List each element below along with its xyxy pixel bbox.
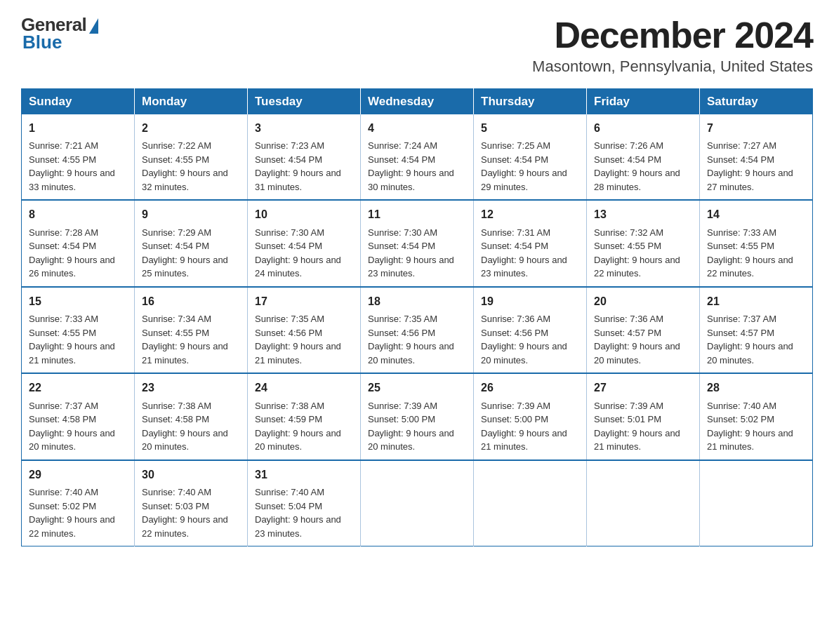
calendar-cell: 29Sunrise: 7:40 AMSunset: 5:02 PMDayligh…: [22, 460, 135, 546]
weekday-header-tuesday: Tuesday: [248, 89, 361, 115]
calendar-cell: 22Sunrise: 7:37 AMSunset: 4:58 PMDayligh…: [22, 373, 135, 459]
day-info: Sunrise: 7:34 AMSunset: 4:55 PMDaylight:…: [142, 314, 228, 365]
calendar-cell: 18Sunrise: 7:35 AMSunset: 4:56 PMDayligh…: [361, 287, 474, 373]
day-number: 11: [368, 206, 466, 222]
calendar-cell: 27Sunrise: 7:39 AMSunset: 5:01 PMDayligh…: [587, 373, 700, 459]
day-number: 3: [255, 120, 353, 136]
calendar-cell: 25Sunrise: 7:39 AMSunset: 5:00 PMDayligh…: [361, 373, 474, 459]
day-number: 1: [29, 120, 127, 136]
calendar-cell: 24Sunrise: 7:38 AMSunset: 4:59 PMDayligh…: [248, 373, 361, 459]
day-number: 26: [481, 380, 579, 396]
calendar-cell: 10Sunrise: 7:30 AMSunset: 4:54 PMDayligh…: [248, 200, 361, 286]
day-number: 18: [368, 293, 466, 309]
day-number: 9: [142, 206, 240, 222]
day-number: 20: [594, 293, 692, 309]
day-number: 15: [29, 293, 127, 309]
day-info: Sunrise: 7:37 AMSunset: 4:58 PMDaylight:…: [29, 401, 115, 452]
weekday-header-row: SundayMondayTuesdayWednesdayThursdayFrid…: [22, 89, 813, 115]
weekday-header-monday: Monday: [135, 89, 248, 115]
day-info: Sunrise: 7:38 AMSunset: 4:58 PMDaylight:…: [142, 401, 228, 452]
logo-triangle-icon: [89, 18, 98, 34]
calendar-cell: 6Sunrise: 7:26 AMSunset: 4:54 PMDaylight…: [587, 114, 700, 200]
day-number: 19: [481, 293, 579, 309]
calendar-cell: 5Sunrise: 7:25 AMSunset: 4:54 PMDaylight…: [474, 114, 587, 200]
calendar-cell: [700, 460, 813, 546]
day-info: Sunrise: 7:30 AMSunset: 4:54 PMDaylight:…: [368, 227, 454, 279]
day-number: 6: [594, 120, 692, 136]
day-info: Sunrise: 7:39 AMSunset: 5:00 PMDaylight:…: [481, 401, 567, 452]
day-info: Sunrise: 7:40 AMSunset: 5:02 PMDaylight:…: [707, 401, 793, 452]
day-info: Sunrise: 7:26 AMSunset: 4:54 PMDaylight:…: [594, 140, 680, 192]
day-number: 2: [142, 120, 240, 136]
weekday-header-wednesday: Wednesday: [361, 89, 474, 115]
day-info: Sunrise: 7:22 AMSunset: 4:55 PMDaylight:…: [142, 140, 228, 192]
day-number: 29: [29, 467, 127, 483]
location-title: Masontown, Pennsylvania, United States: [532, 58, 813, 76]
day-number: 28: [707, 380, 805, 396]
calendar-cell: 19Sunrise: 7:36 AMSunset: 4:56 PMDayligh…: [474, 287, 587, 373]
day-info: Sunrise: 7:39 AMSunset: 5:00 PMDaylight:…: [368, 401, 454, 452]
day-number: 13: [594, 206, 692, 222]
day-info: Sunrise: 7:35 AMSunset: 4:56 PMDaylight:…: [255, 314, 341, 365]
day-info: Sunrise: 7:28 AMSunset: 4:54 PMDaylight:…: [29, 227, 115, 279]
calendar-cell: 26Sunrise: 7:39 AMSunset: 5:00 PMDayligh…: [474, 373, 587, 459]
calendar-cell: 3Sunrise: 7:23 AMSunset: 4:54 PMDaylight…: [248, 114, 361, 200]
calendar-cell: 21Sunrise: 7:37 AMSunset: 4:57 PMDayligh…: [700, 287, 813, 373]
day-info: Sunrise: 7:25 AMSunset: 4:54 PMDaylight:…: [481, 140, 567, 192]
calendar-cell: 16Sunrise: 7:34 AMSunset: 4:55 PMDayligh…: [135, 287, 248, 373]
weekday-header-thursday: Thursday: [474, 89, 587, 115]
title-section: December 2024 Masontown, Pennsylvania, U…: [532, 14, 813, 76]
calendar-cell: [587, 460, 700, 546]
day-number: 4: [368, 120, 466, 136]
calendar-week-3: 15Sunrise: 7:33 AMSunset: 4:55 PMDayligh…: [22, 287, 813, 373]
calendar-cell: 28Sunrise: 7:40 AMSunset: 5:02 PMDayligh…: [700, 373, 813, 459]
day-number: 8: [29, 206, 127, 222]
calendar-cell: 17Sunrise: 7:35 AMSunset: 4:56 PMDayligh…: [248, 287, 361, 373]
day-info: Sunrise: 7:23 AMSunset: 4:54 PMDaylight:…: [255, 140, 341, 192]
day-number: 16: [142, 293, 240, 309]
day-number: 30: [142, 467, 240, 483]
day-info: Sunrise: 7:37 AMSunset: 4:57 PMDaylight:…: [707, 314, 793, 365]
day-info: Sunrise: 7:33 AMSunset: 4:55 PMDaylight:…: [707, 227, 793, 279]
calendar-cell: 14Sunrise: 7:33 AMSunset: 4:55 PMDayligh…: [700, 200, 813, 286]
day-info: Sunrise: 7:36 AMSunset: 4:56 PMDaylight:…: [481, 314, 567, 365]
day-number: 27: [594, 380, 692, 396]
weekday-header-friday: Friday: [587, 89, 700, 115]
calendar-week-2: 8Sunrise: 7:28 AMSunset: 4:54 PMDaylight…: [22, 200, 813, 286]
day-info: Sunrise: 7:21 AMSunset: 4:55 PMDaylight:…: [29, 140, 115, 192]
day-info: Sunrise: 7:24 AMSunset: 4:54 PMDaylight:…: [368, 140, 454, 192]
calendar-table: SundayMondayTuesdayWednesdayThursdayFrid…: [21, 88, 813, 546]
day-number: 25: [368, 380, 466, 396]
day-number: 7: [707, 120, 805, 136]
calendar-cell: [361, 460, 474, 546]
calendar-cell: 9Sunrise: 7:29 AMSunset: 4:54 PMDaylight…: [135, 200, 248, 286]
calendar-week-1: 1Sunrise: 7:21 AMSunset: 4:55 PMDaylight…: [22, 114, 813, 200]
day-number: 22: [29, 380, 127, 396]
day-number: 5: [481, 120, 579, 136]
day-info: Sunrise: 7:36 AMSunset: 4:57 PMDaylight:…: [594, 314, 680, 365]
calendar-cell: 2Sunrise: 7:22 AMSunset: 4:55 PMDaylight…: [135, 114, 248, 200]
calendar-cell: 20Sunrise: 7:36 AMSunset: 4:57 PMDayligh…: [587, 287, 700, 373]
day-info: Sunrise: 7:39 AMSunset: 5:01 PMDaylight:…: [594, 401, 680, 452]
calendar-cell: 11Sunrise: 7:30 AMSunset: 4:54 PMDayligh…: [361, 200, 474, 286]
day-info: Sunrise: 7:40 AMSunset: 5:03 PMDaylight:…: [142, 487, 228, 539]
day-number: 17: [255, 293, 353, 309]
day-number: 23: [142, 380, 240, 396]
calendar-week-4: 22Sunrise: 7:37 AMSunset: 4:58 PMDayligh…: [22, 373, 813, 459]
day-number: 24: [255, 380, 353, 396]
day-info: Sunrise: 7:35 AMSunset: 4:56 PMDaylight:…: [368, 314, 454, 365]
weekday-header-sunday: Sunday: [22, 89, 135, 115]
day-info: Sunrise: 7:29 AMSunset: 4:54 PMDaylight:…: [142, 227, 228, 279]
calendar-cell: 30Sunrise: 7:40 AMSunset: 5:03 PMDayligh…: [135, 460, 248, 546]
day-info: Sunrise: 7:33 AMSunset: 4:55 PMDaylight:…: [29, 314, 115, 365]
day-number: 14: [707, 206, 805, 222]
day-number: 31: [255, 467, 353, 483]
day-info: Sunrise: 7:31 AMSunset: 4:54 PMDaylight:…: [481, 227, 567, 279]
calendar-cell: [474, 460, 587, 546]
day-info: Sunrise: 7:40 AMSunset: 5:02 PMDaylight:…: [29, 487, 115, 539]
calendar-cell: 12Sunrise: 7:31 AMSunset: 4:54 PMDayligh…: [474, 200, 587, 286]
calendar-cell: 7Sunrise: 7:27 AMSunset: 4:54 PMDaylight…: [700, 114, 813, 200]
weekday-header-saturday: Saturday: [700, 89, 813, 115]
page-header: General Blue December 2024 Masontown, Pe…: [21, 14, 813, 76]
calendar-cell: 15Sunrise: 7:33 AMSunset: 4:55 PMDayligh…: [22, 287, 135, 373]
